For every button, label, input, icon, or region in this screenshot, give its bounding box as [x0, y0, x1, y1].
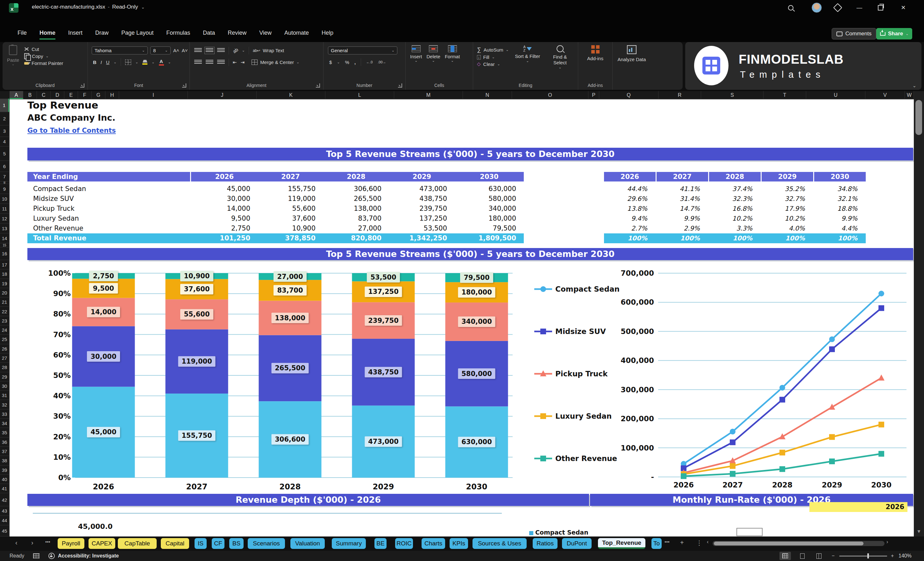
row-header-22[interactable]: 22 — [0, 307, 9, 316]
align-left-button[interactable] — [194, 60, 202, 64]
wrap-text-button[interactable]: ab↩Wrap Text — [253, 48, 284, 53]
row-header-7[interactable]: 7 — [0, 172, 9, 182]
row-header-15[interactable]: 15 — [0, 243, 9, 248]
restore-button[interactable] — [875, 3, 886, 13]
zoom-in-button[interactable]: + — [891, 551, 894, 561]
row-header-40[interactable]: 40 — [0, 475, 9, 484]
row-header-3[interactable]: 3 — [0, 126, 9, 137]
column-header-T[interactable]: T — [764, 91, 806, 99]
avatar[interactable] — [811, 3, 822, 13]
copy-button[interactable]: Copy⌄ — [24, 53, 63, 59]
row-header-35[interactable]: 35 — [0, 428, 9, 437]
autosum-button[interactable]: ∑AutoSum⌄ — [477, 46, 509, 53]
fill-button[interactable]: ↓Fill⌄ — [477, 54, 509, 60]
row-header-23[interactable]: 23 — [0, 316, 9, 326]
scroll-down-arrow-icon[interactable]: ▼ — [914, 528, 924, 534]
row-header-44[interactable]: 44 — [0, 516, 9, 525]
column-header-M[interactable]: M — [394, 91, 463, 99]
sheet-tab-capex[interactable]: CAPEX — [88, 538, 115, 549]
new-sheet-button[interactable]: + — [680, 539, 684, 546]
column-header-A[interactable]: A — [9, 91, 23, 99]
column-header-W[interactable]: W — [905, 91, 914, 99]
sheet-tab-bs[interactable]: BS — [229, 538, 244, 549]
row-header-30[interactable]: 30 — [0, 381, 9, 391]
sheet-tab-top-revenue[interactable]: Top_Revenue — [598, 538, 645, 549]
zoom-out-button[interactable]: − — [832, 551, 834, 561]
sheet-tab-capital[interactable]: Capital — [161, 538, 189, 549]
menu-item-view[interactable]: View — [259, 30, 272, 39]
row-header-11[interactable]: 11 — [0, 204, 9, 214]
menu-item-page-layout[interactable]: Page Layout — [121, 30, 153, 39]
fill-color-button[interactable] — [142, 60, 147, 64]
row-header-28[interactable]: 28 — [0, 363, 9, 372]
sheet-tab-valuation[interactable]: Valuation — [290, 538, 325, 549]
row-header-5[interactable]: 5 — [0, 147, 9, 161]
clear-button[interactable]: ◇Clear⌄ — [477, 61, 509, 67]
column-header-H[interactable]: H — [105, 91, 119, 99]
align-right-button[interactable] — [217, 60, 225, 64]
increase-decimal-button[interactable]: ←.0 — [366, 60, 372, 64]
column-header-J[interactable]: J — [188, 91, 256, 99]
menu-item-draw[interactable]: Draw — [95, 30, 109, 39]
orientation-button[interactable]: ab — [232, 47, 239, 54]
grow-font-button[interactable]: A˄ — [173, 48, 179, 53]
row-header-34[interactable]: 34 — [0, 418, 9, 428]
column-header-F[interactable]: F — [78, 91, 92, 99]
sheet-tab-ratios[interactable]: Ratios — [532, 538, 558, 549]
menu-item-home[interactable]: Home — [39, 30, 56, 39]
row-header-4[interactable]: 4 — [0, 137, 9, 147]
insert-cells-button[interactable]: Insert⌄ — [410, 45, 422, 62]
cut-button[interactable]: Cut — [24, 46, 63, 52]
sheet-tab-to[interactable]: To — [651, 538, 662, 549]
column-header-V[interactable]: V — [866, 91, 905, 99]
row-header-33[interactable]: 33 — [0, 410, 9, 418]
sheet-menu-kebab-icon[interactable]: ⋮ — [696, 539, 702, 547]
align-center-button[interactable] — [206, 60, 213, 64]
toc-link[interactable]: Go to Table of Contents — [27, 127, 161, 136]
column-header-Q[interactable]: Q — [599, 91, 658, 99]
sheet-tab-scenarios[interactable]: Scenarios — [248, 538, 285, 549]
row-header-26[interactable]: 26 — [0, 344, 9, 353]
italic-button[interactable]: I — [100, 60, 102, 65]
horizontal-scrollbar[interactable] — [712, 541, 885, 546]
format-cells-button[interactable]: Format⌄ — [445, 45, 460, 62]
paste-button[interactable]: Paste ⌄ — [7, 45, 19, 67]
row-header-10[interactable]: 10 — [0, 194, 9, 204]
clipboard-dialog-launcher[interactable] — [80, 83, 84, 87]
row-header-32[interactable]: 32 — [0, 400, 9, 410]
hscroll-right-arrow-icon[interactable]: › — [886, 539, 888, 545]
macro-record-icon[interactable] — [33, 551, 39, 561]
close-button[interactable]: ✕ — [898, 3, 909, 13]
sheet-tab-be[interactable]: BE — [375, 538, 387, 549]
sheet-tab-sources-uses[interactable]: Sources & Uses — [472, 538, 526, 549]
format-painter-button[interactable]: Format Painter — [24, 60, 63, 66]
bold-button[interactable]: B — [93, 60, 96, 65]
menu-item-formulas[interactable]: Formulas — [166, 30, 190, 39]
page-layout-view-button[interactable] — [796, 552, 808, 560]
row-header-31[interactable]: 31 — [0, 391, 9, 400]
decrease-decimal-button[interactable]: .00→ — [378, 60, 386, 64]
menu-item-data[interactable]: Data — [203, 30, 215, 39]
row-header-2[interactable]: 2 — [0, 112, 9, 126]
row-header-41[interactable]: 41 — [0, 484, 9, 493]
comments-button[interactable]: Comments — [832, 28, 876, 39]
page-break-view-button[interactable] — [813, 552, 825, 560]
sheet-tab-summary[interactable]: Summary — [332, 538, 366, 549]
menu-item-review[interactable]: Review — [228, 30, 246, 39]
search-button[interactable] — [785, 3, 796, 13]
sheet-tab-dupont[interactable]: DuPont — [562, 538, 592, 549]
font-size-select[interactable]: 8⌄ — [150, 46, 171, 54]
row-header-19[interactable]: 19 — [0, 279, 9, 288]
row-header-45[interactable]: 45 — [0, 525, 9, 537]
column-header-G[interactable]: G — [92, 91, 105, 99]
font-color-button[interactable]: A — [159, 59, 164, 66]
row-header-20[interactable]: 20 — [0, 288, 9, 297]
row-header-8[interactable]: 8 — [0, 182, 9, 184]
sheet-tab-kpis[interactable]: KPIs — [450, 538, 468, 549]
vertical-scrollbar-thumb[interactable] — [915, 100, 922, 135]
number-dialog-launcher[interactable] — [398, 83, 402, 87]
premium-gem-icon[interactable] — [832, 3, 843, 13]
row-header-25[interactable]: 25 — [0, 334, 9, 344]
column-header-R[interactable]: R — [658, 91, 701, 99]
row-header-39[interactable]: 39 — [0, 465, 9, 475]
